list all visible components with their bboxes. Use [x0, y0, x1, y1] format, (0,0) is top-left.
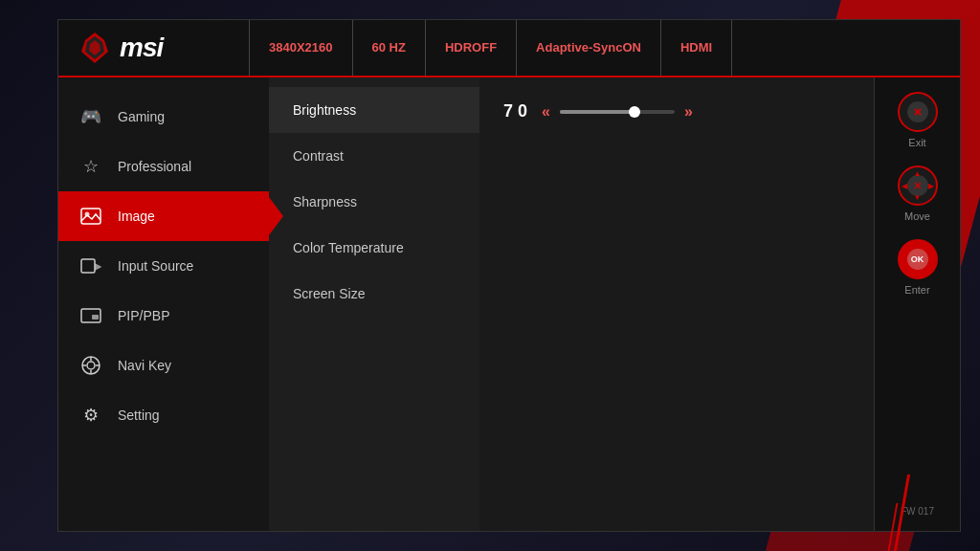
- sidebar-item-gaming[interactable]: 🎮 Gaming: [58, 92, 269, 142]
- slider-right-arrow[interactable]: »: [684, 103, 693, 121]
- slider-fill: [560, 110, 635, 114]
- sidebar: 🎮 Gaming ☆ Professional Imag: [58, 77, 269, 531]
- sidebar-item-professional-label: Professional: [118, 159, 191, 174]
- sidebar-item-setting[interactable]: ⚙ Setting: [58, 390, 269, 440]
- move-label: Move: [904, 210, 930, 222]
- x-icon: [913, 107, 923, 117]
- sidebar-item-professional[interactable]: ☆ Professional: [58, 142, 269, 191]
- msi-dragon-icon: [78, 31, 112, 65]
- input-source-icon: [78, 253, 104, 279]
- navi-key-icon: [78, 352, 104, 379]
- slider-left-arrow[interactable]: «: [542, 103, 550, 121]
- arrow-right-icon: ▶: [928, 182, 934, 190]
- header-bar: msi 3840X2160 60 HZ HDR OFF Adaptive-Syn…: [58, 20, 960, 77]
- enter-label: Enter: [904, 284, 929, 296]
- enter-btn-group: OK Enter: [898, 239, 938, 296]
- ok-text: OK: [911, 254, 924, 264]
- sidebar-item-gaming-label: Gaming: [118, 109, 165, 124]
- svg-point-9: [87, 362, 95, 369]
- menu-panel: Brightness Contrast Sharpness Color Temp…: [269, 77, 479, 531]
- stat-input: HDMI: [661, 20, 732, 76]
- stat-resolution: 3840X2160: [250, 20, 353, 76]
- x-icon-move: [914, 182, 922, 189]
- main-content: 🎮 Gaming ☆ Professional Imag: [58, 77, 960, 531]
- arrow-left-icon: ◀: [902, 182, 907, 190]
- svg-rect-7: [92, 315, 99, 320]
- exit-button[interactable]: [898, 92, 938, 132]
- sidebar-item-input-source[interactable]: Input Source: [58, 241, 269, 291]
- slider-track[interactable]: [560, 110, 675, 114]
- enter-button[interactable]: OK: [898, 239, 938, 279]
- osd-container: msi 3840X2160 60 HZ HDR OFF Adaptive-Syn…: [57, 19, 961, 532]
- exit-label: Exit: [908, 137, 925, 148]
- sidebar-item-navi-key[interactable]: Navi Key: [58, 341, 269, 390]
- stat-hdr: HDR OFF: [426, 20, 517, 76]
- menu-item-sharpness[interactable]: Sharpness: [269, 179, 479, 225]
- brightness-value: 7 0: [503, 101, 532, 121]
- exit-button-inner: [907, 101, 928, 122]
- sidebar-item-navi-label: Navi Key: [118, 358, 171, 373]
- slider-thumb: [629, 106, 640, 118]
- stat-refresh: 60 HZ: [353, 20, 426, 76]
- sidebar-item-input-label: Input Source: [118, 258, 193, 274]
- sidebar-item-pip-pbp[interactable]: PIP/PBP: [58, 291, 269, 341]
- control-panel: Exit ▲ ▼ ◀ ▶: [874, 77, 960, 531]
- menu-item-brightness[interactable]: Brightness: [269, 87, 479, 133]
- value-panel: 7 0 « »: [479, 77, 874, 531]
- professional-icon: ☆: [78, 153, 104, 180]
- pip-pbp-icon: [78, 302, 104, 329]
- exit-btn-group: Exit: [898, 92, 938, 148]
- svg-rect-5: [81, 259, 95, 273]
- setting-icon: ⚙: [78, 402, 104, 429]
- arrow-down-icon: ▼: [914, 193, 922, 202]
- menu-item-color-temperature[interactable]: Color Temperature: [269, 225, 479, 271]
- logo-section: msi: [58, 20, 250, 76]
- logo-text: msi: [120, 33, 163, 63]
- menu-item-screen-size[interactable]: Screen Size: [269, 271, 479, 317]
- sidebar-item-pip-label: PIP/PBP: [118, 308, 169, 323]
- gaming-icon: 🎮: [78, 103, 104, 130]
- move-button[interactable]: ▲ ▼ ◀ ▶: [898, 165, 938, 206]
- enter-button-inner: OK: [907, 249, 928, 270]
- sidebar-item-image-label: Image: [118, 209, 155, 224]
- image-icon: [78, 203, 104, 230]
- menu-item-contrast[interactable]: Contrast: [269, 133, 479, 179]
- sidebar-item-setting-label: Setting: [118, 408, 160, 423]
- sidebar-item-image[interactable]: Image: [58, 191, 269, 241]
- brightness-slider-container: 7 0 « »: [503, 101, 693, 121]
- arrow-up-icon: ▲: [914, 169, 922, 178]
- monitor-frame: msi 3840X2160 60 HZ HDR OFF Adaptive-Syn…: [0, 0, 980, 551]
- header-stats: 3840X2160 60 HZ HDR OFF Adaptive-Sync ON…: [250, 20, 960, 76]
- move-btn-group: ▲ ▼ ◀ ▶ Move: [898, 165, 938, 222]
- stat-adaptive-sync: Adaptive-Sync ON: [517, 20, 661, 76]
